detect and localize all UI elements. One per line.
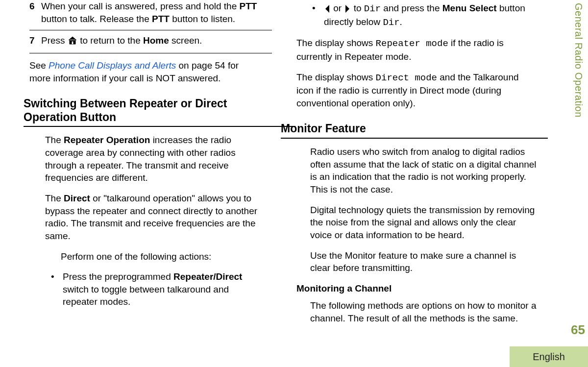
language-bar: English (510, 346, 588, 367)
side-label: General Radio Operation (572, 3, 585, 118)
subheading-monitoring: Monitoring a Channel (296, 282, 538, 295)
svg-rect-0 (72, 42, 73, 45)
right-arrow-icon (344, 4, 350, 13)
para-monitor3: Use the Monitor feature to make sure a c… (310, 249, 538, 274)
page-number: 65 (571, 321, 585, 339)
para-monitor4: The following methods are options on how… (310, 299, 538, 324)
step-6: 6 When your call is answered, press and … (24, 0, 261, 25)
para-action: Perform one of the following actions: (61, 250, 261, 263)
col-right: • or to Dir and press the Menu Select bu… (281, 0, 545, 367)
section-rule (24, 126, 295, 127)
after-steps-note: See Phone Call Displays and Alerts on pa… (29, 59, 261, 84)
step-num: 7 (29, 34, 41, 47)
para-direct-mode: The display shows Direct mode and the Ta… (296, 71, 538, 110)
section-rule (281, 138, 548, 139)
page: 6 When your call is answered, press and … (0, 0, 588, 367)
para-monitor2: Digital technology quiets the transmissi… (310, 204, 538, 242)
bullet-repeater: • Press the preprogrammed Repeater/Direc… (51, 270, 261, 308)
step-text: When your call is answered, press and ho… (41, 0, 261, 25)
section-heading-monitor: Monitor Feature (281, 122, 538, 136)
para-monitor1: Radio users who switch from analog to di… (310, 146, 538, 196)
step-7: 7 Press to return to the Home screen. (24, 34, 261, 48)
para-repeater-mode: The display shows Repeater mode if the r… (296, 37, 538, 63)
step-num: 6 (29, 0, 41, 13)
col-left: 6 When your call is answered, press and … (24, 0, 281, 367)
section-heading: Switching Between Repeater or Direct Ope… (24, 97, 261, 124)
step-separator (29, 30, 272, 30)
step-text: Press to return to the Home screen. (41, 34, 261, 48)
bullet-dir: • or to Dir and press the Menu Select bu… (312, 2, 538, 29)
xref-link[interactable]: Phone Call Displays and Alerts (49, 60, 176, 71)
side-tab: General Radio Operation (568, 0, 588, 367)
left-arrow-icon (324, 4, 330, 13)
step-separator (29, 53, 272, 53)
para-direct: The Direct or "talkaround operation" all… (45, 192, 261, 243)
home-icon (68, 35, 77, 48)
para-repeater: The Repeater Operation increases the rad… (45, 134, 261, 184)
